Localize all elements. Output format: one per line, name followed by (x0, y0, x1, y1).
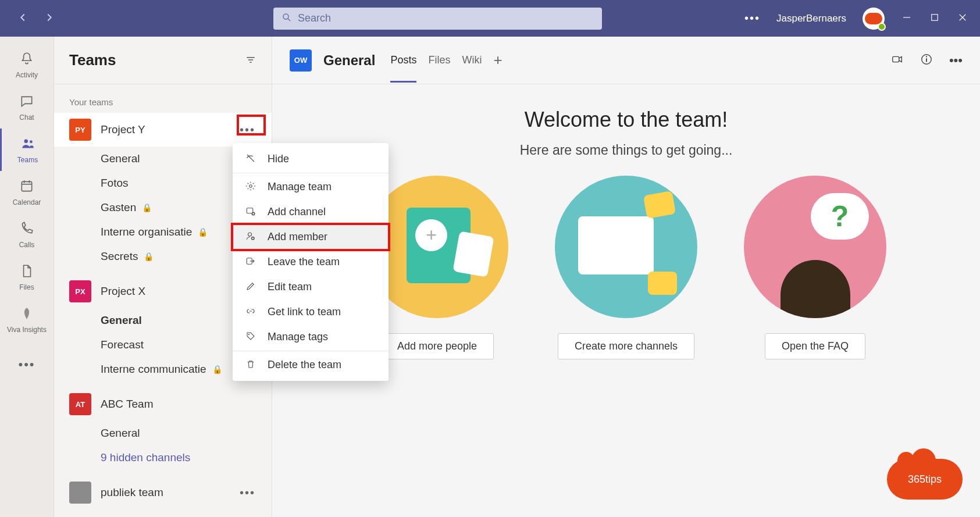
video-call-icon[interactable] (891, 53, 904, 68)
tag-icon (244, 331, 257, 343)
svg-point-19 (250, 185, 252, 188)
nav-label: Files (19, 283, 34, 291)
menu-add-channel[interactable]: Add channel (233, 199, 389, 224)
open-faq-button[interactable]: Open the FAQ (765, 333, 865, 359)
channel-label: General (101, 314, 142, 327)
close-button[interactable] (957, 12, 968, 24)
search-bar[interactable] (273, 8, 602, 30)
nav-label: Chat (19, 113, 34, 122)
leave-icon (244, 256, 257, 268)
svg-point-0 (283, 14, 288, 19)
nav-files[interactable]: Files (0, 256, 54, 298)
svg-line-1 (288, 19, 290, 22)
maximize-button[interactable] (929, 12, 940, 24)
nav-calls[interactable]: Calls (0, 213, 54, 256)
menu-divider (233, 173, 389, 173)
badge-text: 365tips (908, 473, 942, 486)
nav-chat[interactable]: Chat (0, 86, 54, 129)
tab-files[interactable]: Files (428, 38, 450, 83)
create-channels-button[interactable]: Create more channels (558, 333, 694, 359)
more-options-icon[interactable]: ••• (949, 53, 963, 68)
menu-label: Manage tags (268, 331, 328, 343)
menu-delete-team[interactable]: Delete the team (233, 352, 389, 377)
team-name: ABC Team (101, 398, 260, 411)
team-avatar: PX (69, 280, 91, 302)
tab-posts[interactable]: Posts (390, 38, 416, 83)
gear-icon (244, 181, 257, 193)
search-input[interactable] (298, 12, 594, 24)
svg-rect-15 (893, 57, 899, 62)
badge-365tips: 365tips (887, 459, 963, 500)
hide-icon (244, 153, 257, 165)
menu-manage-tags[interactable]: Manage tags (233, 325, 389, 350)
user-avatar[interactable] (863, 8, 885, 30)
menu-get-link[interactable]: Get link to team (233, 299, 389, 325)
team-more-button[interactable]: ••• (235, 121, 260, 139)
nav-arrows (16, 11, 56, 26)
link-icon (244, 306, 257, 318)
info-icon[interactable] (920, 53, 933, 68)
lock-icon: 🔒 (212, 365, 222, 374)
tab-wiki[interactable]: Wiki (462, 38, 482, 83)
channel-general-abc[interactable]: General (54, 421, 272, 445)
menu-edit-team[interactable]: Edit team (233, 274, 389, 299)
lock-icon: 🔒 (142, 203, 152, 212)
team-item-abc[interactable]: AT ABC Team (54, 387, 272, 421)
titlebar-more-icon[interactable]: ••• (744, 12, 760, 25)
add-tab-button[interactable]: + (493, 51, 502, 69)
nav-label: Activity (16, 71, 38, 79)
forward-button[interactable] (43, 11, 56, 26)
team-item-publiek[interactable]: publiek team ••• (54, 476, 272, 509)
menu-add-member[interactable]: Add member (233, 224, 389, 249)
file-icon (19, 263, 34, 281)
team-more-button[interactable]: ••• (235, 484, 260, 502)
menu-manage-team[interactable]: Manage team (233, 174, 389, 199)
phone-icon (19, 220, 34, 238)
channel-label: General (101, 427, 140, 440)
channel-label: Secrets (101, 250, 138, 263)
nav-viva-insights[interactable]: Viva Insights (0, 298, 54, 341)
sidebar-title: Teams (69, 51, 116, 69)
add-people-button[interactable]: Add more people (380, 333, 494, 359)
card-create-channels: Create more channels (555, 176, 697, 359)
channel-label: Interne organisatie (101, 226, 192, 238)
channel-label: Fotos (101, 177, 129, 190)
sidebar-header: Teams (54, 37, 272, 84)
filter-icon[interactable] (245, 54, 256, 67)
welcome-subtitle: Here are some things to get going... (290, 142, 963, 158)
nav-calendar[interactable]: Calendar (0, 171, 54, 213)
team-avatar: PY (69, 119, 91, 141)
team-item-project-y[interactable]: PY Project Y ••• (54, 113, 272, 147)
svg-point-7 (30, 141, 33, 144)
back-button[interactable] (16, 11, 29, 26)
svg-point-29 (248, 334, 250, 335)
nav-activity[interactable]: Activity (0, 44, 54, 86)
welcome-title: Welcome to the team! (290, 108, 963, 132)
titlebar: ••• JasperBernaers (0, 0, 980, 37)
team-name: publiek team (101, 486, 235, 499)
menu-label: Delete the team (268, 359, 341, 371)
team-avatar: AT (69, 393, 91, 415)
channel-label: Interne communicatie (101, 363, 206, 376)
channel-label: General (101, 152, 140, 165)
card-open-faq: ? Open the FAQ (744, 176, 886, 359)
nav-label: Calendar (13, 198, 41, 206)
nav-teams[interactable]: Teams (0, 129, 54, 171)
menu-label: Hide (268, 153, 289, 165)
teams-icon (20, 136, 35, 154)
channel-avatar: OW (290, 49, 312, 72)
minimize-button[interactable] (901, 12, 913, 24)
add-member-icon (244, 231, 257, 243)
calendar-icon (19, 178, 34, 196)
search-icon (281, 12, 292, 24)
channel-label: Forecast (101, 338, 144, 351)
menu-hide[interactable]: Hide (233, 147, 389, 172)
menu-divider (233, 351, 389, 351)
hidden-channels-link[interactable]: 9 hidden channels (54, 445, 272, 470)
nav-more-button[interactable]: ••• (0, 351, 54, 378)
menu-leave-team[interactable]: Leave the team (233, 249, 389, 274)
team-avatar (69, 482, 91, 504)
nav-label: Calls (19, 241, 35, 249)
lock-icon: 🔒 (144, 252, 154, 261)
nav-label: Viva Insights (7, 326, 47, 334)
